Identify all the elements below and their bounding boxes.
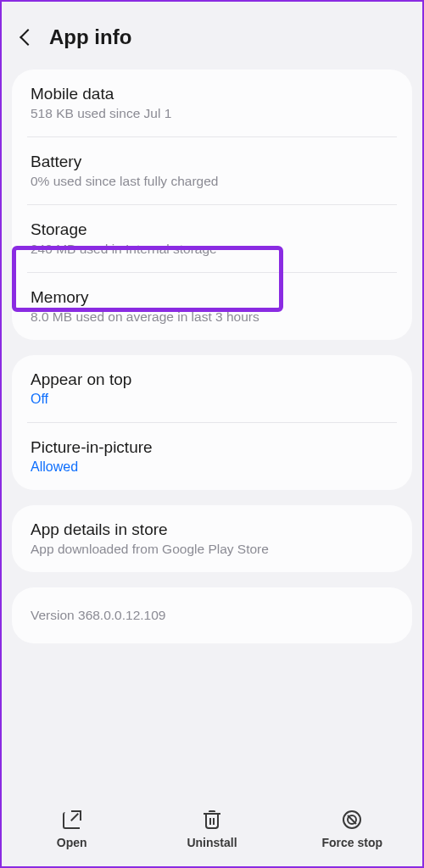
display-section: Appear on top Off Picture-in-picture All… xyxy=(12,355,412,490)
store-row[interactable]: App details in store App downloaded from… xyxy=(12,505,412,572)
storage-title: Storage xyxy=(31,220,393,239)
version-label: Version 368.0.0.12.109 xyxy=(31,608,393,623)
stop-icon xyxy=(343,810,361,829)
open-button[interactable]: Open xyxy=(30,810,114,849)
version-section: Version 368.0.0.12.109 xyxy=(12,587,412,643)
mobile-data-row[interactable]: Mobile data 518 KB used since Jul 1 xyxy=(12,70,412,136)
back-icon[interactable] xyxy=(20,29,36,46)
open-label: Open xyxy=(57,836,87,849)
mobile-data-sub: 518 KB used since Jul 1 xyxy=(31,106,393,121)
open-icon xyxy=(63,810,81,829)
store-title: App details in store xyxy=(31,520,393,539)
uninstall-label: Uninstall xyxy=(187,836,237,849)
appear-on-top-title: Appear on top xyxy=(31,370,393,389)
battery-row[interactable]: Battery 0% used since last fully charged xyxy=(12,137,412,204)
storage-sub: 240 MB used in Internal storage xyxy=(31,242,393,257)
battery-title: Battery xyxy=(31,153,393,171)
usage-section: Mobile data 518 KB used since Jul 1 Batt… xyxy=(12,70,412,340)
memory-row[interactable]: Memory 8.0 MB used on average in last 3 … xyxy=(12,273,412,340)
trash-icon xyxy=(204,810,220,829)
force-stop-button[interactable]: Force stop xyxy=(310,810,394,849)
pip-title: Picture-in-picture xyxy=(31,438,393,457)
uninstall-button[interactable]: Uninstall xyxy=(170,810,254,849)
memory-sub: 8.0 MB used on average in last 3 hours xyxy=(31,309,393,325)
force-stop-label: Force stop xyxy=(322,836,383,849)
memory-title: Memory xyxy=(31,288,393,307)
battery-sub: 0% used since last fully charged xyxy=(31,174,393,189)
store-section: App details in store App downloaded from… xyxy=(12,505,412,572)
mobile-data-title: Mobile data xyxy=(31,85,393,103)
store-sub: App downloaded from Google Play Store xyxy=(31,542,393,557)
appear-on-top-sub: Off xyxy=(31,392,393,407)
pip-sub: Allowed xyxy=(31,459,393,475)
app-header: App info xyxy=(2,2,422,70)
appear-on-top-row[interactable]: Appear on top Off xyxy=(12,355,412,422)
bottom-toolbar: Open Uninstall Force stop xyxy=(2,800,422,866)
storage-row[interactable]: Storage 240 MB used in Internal storage xyxy=(12,205,412,272)
page-title: App info xyxy=(49,25,131,49)
pip-row[interactable]: Picture-in-picture Allowed xyxy=(12,423,412,490)
